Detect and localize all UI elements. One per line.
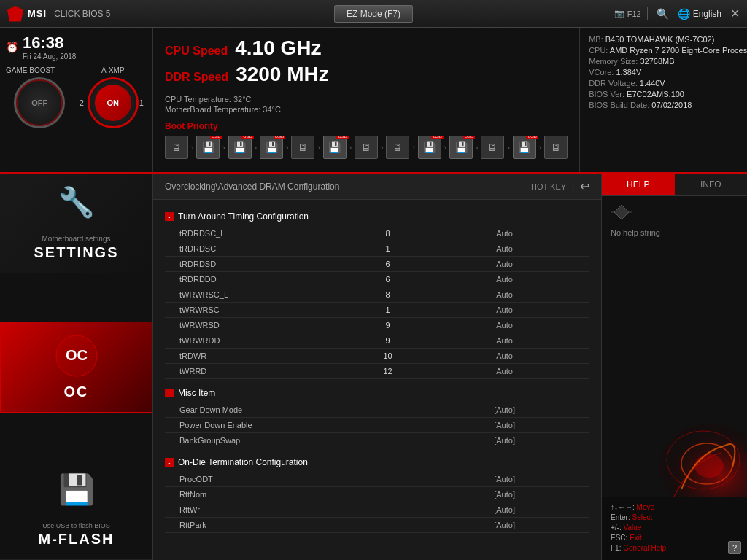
table-row[interactable]: tRDRDDD6Auto bbox=[165, 272, 589, 287]
usb-badge: USB bbox=[210, 136, 222, 139]
search-button[interactable]: 🔍 bbox=[657, 8, 669, 20]
mflash-title: M-FLASH bbox=[39, 531, 115, 548]
globe-icon: 🌐 bbox=[678, 8, 690, 20]
table-row[interactable]: RttNom[Auto] bbox=[165, 487, 589, 502]
status-bar: ⏰ 16:38 Fri 24 Aug, 2018 GAME BOOST OFF … bbox=[0, 28, 747, 174]
breadcrumb: Overclocking\Advanced DRAM Configuration bbox=[165, 182, 339, 192]
config-row-name: tRDWR bbox=[165, 349, 356, 364]
boot-device-item[interactable]: 🖥 bbox=[165, 136, 188, 159]
config-row-name: tWRWRSC_L bbox=[165, 287, 356, 303]
sidebar-item-oc[interactable]: OC OC bbox=[0, 322, 152, 413]
boot-device-item[interactable]: 💾USB bbox=[449, 136, 473, 159]
ddr-speed-row: DDR Speed 3200 MHz bbox=[165, 63, 568, 86]
temperature-rows: CPU Temperature: 32°C MotherBoard Temper… bbox=[165, 95, 568, 114]
cpu-speed-label: CPU Speed bbox=[165, 44, 228, 58]
boot-device-item[interactable]: 💾USB bbox=[513, 136, 536, 159]
ez-mode-button[interactable]: EZ Mode (F7) bbox=[334, 5, 413, 23]
usb-icon: 💾 bbox=[58, 473, 95, 505]
config-row-name: tWRRD bbox=[165, 364, 356, 379]
config-row-setting: Auto bbox=[419, 241, 589, 257]
config-content[interactable]: - Turn Around Timing Configuration tRDRD… bbox=[153, 200, 601, 560]
boot-device-icon: 💾 bbox=[455, 141, 468, 153]
language-button[interactable]: 🌐 English bbox=[678, 8, 721, 20]
axmp-ring[interactable]: 2 ON 1 bbox=[88, 77, 139, 128]
table-row[interactable]: tWRWRSC_L8Auto bbox=[165, 287, 589, 303]
game-boost-knob[interactable]: OFF bbox=[14, 77, 65, 128]
table-row[interactable]: RttWr[Auto] bbox=[165, 502, 589, 518]
boot-priority-label: Boot Priority bbox=[165, 121, 568, 131]
boot-device-item[interactable]: 🖥 bbox=[291, 136, 314, 159]
boot-device-item[interactable]: 💾USB bbox=[228, 136, 252, 159]
config-row-value: 8 bbox=[356, 226, 419, 241]
boot-device-item[interactable]: 💾USB bbox=[260, 136, 283, 159]
ddr-speed-value: 3200 MHz bbox=[236, 63, 329, 86]
section3-collapse-button[interactable]: - bbox=[165, 458, 174, 467]
table-row[interactable]: RttPark[Auto] bbox=[165, 518, 589, 533]
cpu-speed-row: CPU Speed 4.10 GHz bbox=[165, 36, 568, 60]
boot-device-icon: 💾 bbox=[518, 141, 530, 153]
key-help-row: ↑↓←→: Move bbox=[611, 503, 738, 511]
boost-xmp-row: GAME BOOST OFF A-XMP 2 ON 1 bbox=[6, 66, 147, 128]
table-row[interactable]: Power Down Enable[Auto] bbox=[165, 418, 589, 433]
boot-device-item[interactable]: 💾USB bbox=[323, 136, 347, 159]
left-status-panel: ⏰ 16:38 Fri 24 Aug, 2018 GAME BOOST OFF … bbox=[0, 28, 153, 172]
vcore-info: VCore: 1.384V bbox=[589, 68, 747, 77]
clock-time: 16:38 bbox=[23, 34, 76, 52]
section2-collapse-button[interactable]: - bbox=[165, 389, 174, 397]
table-row[interactable]: tRDRDSC1Auto bbox=[165, 241, 589, 257]
close-button[interactable]: ✕ bbox=[730, 7, 740, 20]
settings-icon-area: 🔧 bbox=[55, 185, 98, 229]
axmp-section: A-XMP 2 ON 1 bbox=[80, 66, 147, 128]
section2-header: - Misc Item bbox=[165, 382, 589, 402]
key-action: Select bbox=[632, 513, 652, 521]
table-row[interactable]: tWRWRSC1Auto bbox=[165, 303, 589, 318]
boot-device-item[interactable]: 🖥 bbox=[386, 136, 409, 159]
hotkey-divider: | bbox=[572, 182, 574, 191]
table-row[interactable]: tWRWRSD9Auto bbox=[165, 318, 589, 333]
table-row[interactable]: tRDRDSD6Auto bbox=[165, 257, 589, 272]
top-bar: MSI CLICK BIOS 5 EZ Mode (F7) 📷 F12 🔍 🌐 … bbox=[0, 0, 747, 28]
config-row-setting: [Auto] bbox=[419, 502, 589, 518]
table-row[interactable]: tRDRDSC_L8Auto bbox=[165, 226, 589, 241]
config-row-setting: [Auto] bbox=[419, 518, 589, 533]
config-row-name: RttWr bbox=[165, 502, 356, 518]
f12-screenshot-button[interactable]: 📷 F12 bbox=[608, 7, 648, 20]
table-row[interactable]: BankGroupSwap[Auto] bbox=[165, 433, 589, 448]
section1-collapse-button[interactable]: - bbox=[165, 212, 174, 221]
help-button[interactable]: ? bbox=[728, 541, 741, 554]
ddr-voltage-info: DDR Voltage: 1.440V bbox=[589, 79, 747, 88]
sidebar-item-mflash[interactable]: 💾 Use USB to flash BIOS M-FLASH bbox=[0, 461, 152, 560]
config-row-setting: Auto bbox=[419, 287, 589, 303]
config-row-setting: [Auto] bbox=[419, 402, 589, 418]
boot-arrow: › bbox=[317, 144, 320, 152]
table-row[interactable]: tWRRD12Auto bbox=[165, 364, 589, 379]
boot-arrow: › bbox=[286, 144, 288, 152]
tab-help[interactable]: HELP bbox=[602, 174, 675, 195]
boot-device-item[interactable]: 💾USB bbox=[196, 136, 220, 159]
config-row-name: tRDRDSC_L bbox=[165, 226, 356, 241]
boot-arrow: › bbox=[381, 144, 383, 152]
boot-device-item[interactable]: 🖥 bbox=[355, 136, 378, 159]
section2-table: Gear Down Mode[Auto]Power Down Enable[Au… bbox=[165, 402, 589, 448]
boot-device-item[interactable]: 🖥 bbox=[481, 136, 504, 159]
key-label: ESC: bbox=[611, 534, 627, 542]
boot-device-item[interactable]: 💾USB bbox=[418, 136, 441, 159]
back-button[interactable]: ↩ bbox=[580, 179, 589, 193]
boot-arrow: › bbox=[412, 144, 414, 152]
clock-row: ⏰ 16:38 Fri 24 Aug, 2018 bbox=[6, 34, 147, 61]
table-row[interactable]: Gear Down Mode[Auto] bbox=[165, 402, 589, 418]
table-row[interactable]: tWRWRDD9Auto bbox=[165, 333, 589, 349]
cpu-info: CPU: AMD Ryzen 7 2700 Eight-Core Process… bbox=[589, 46, 747, 55]
center-status-panel: CPU Speed 4.10 GHz DDR Speed 3200 MHz CP… bbox=[153, 28, 580, 172]
game-boost-label: GAME BOOST bbox=[6, 66, 74, 74]
tab-info[interactable]: INFO bbox=[675, 174, 748, 195]
oc-flame-icon: OC bbox=[55, 334, 98, 378]
table-row[interactable]: ProcODT[Auto] bbox=[165, 472, 589, 487]
section3-header: - On-Die Termination Configuration bbox=[165, 451, 589, 472]
boot-device-item[interactable]: 🖥 bbox=[544, 136, 568, 159]
table-row[interactable]: tRDWR10Auto bbox=[165, 349, 589, 364]
config-row-name: tRDRDDD bbox=[165, 272, 356, 287]
usb-badge: USB bbox=[336, 136, 348, 139]
config-row-setting: [Auto] bbox=[419, 472, 589, 487]
sidebar-item-settings[interactable]: 🔧 Motherboard settings SETTINGS bbox=[0, 174, 152, 273]
